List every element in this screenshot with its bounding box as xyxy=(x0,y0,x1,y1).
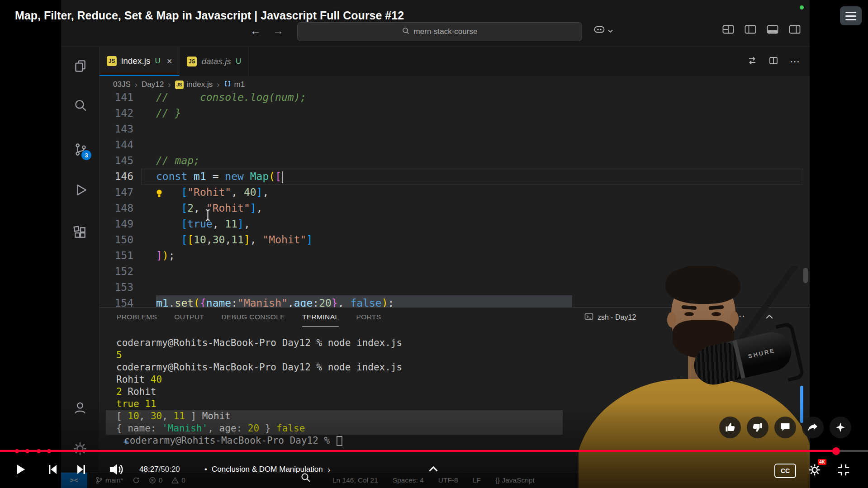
line-number: 148 xyxy=(100,200,133,216)
person-eye xyxy=(711,312,721,316)
command-center-search[interactable]: mern-stack-course xyxy=(297,22,582,41)
fullscreen-exit-icon xyxy=(836,462,851,478)
forward-button[interactable]: → xyxy=(270,23,286,39)
code-text: ]); xyxy=(156,250,175,261)
panel-tab-terminal[interactable]: TERMINAL xyxy=(302,308,339,327)
breadcrumb-label: 03JS xyxy=(113,80,131,89)
chevron-right-icon: › xyxy=(327,464,331,475)
previous-button[interactable] xyxy=(42,459,63,480)
code-line[interactable]: 141// console.log(num); xyxy=(100,93,810,105)
toggle-primary-sidebar-icon[interactable] xyxy=(745,25,756,36)
copilot-menu[interactable] xyxy=(594,25,613,36)
next-button[interactable] xyxy=(71,459,92,480)
search-sidebar-icon[interactable] xyxy=(72,97,88,114)
progress-markers xyxy=(0,450,868,452)
panel-tab-ports[interactable]: PORTS xyxy=(356,308,381,327)
volume-icon xyxy=(108,461,124,478)
share-arrow-icon xyxy=(807,422,819,433)
chevron-up-icon xyxy=(426,462,441,477)
editor-tab-datas.js[interactable]: JSdatas.jsU xyxy=(180,47,249,76)
js-file-icon: JS xyxy=(187,57,197,66)
progress-bar[interactable] xyxy=(0,450,868,452)
account-icon[interactable] xyxy=(72,399,88,416)
code-text: // } xyxy=(156,107,181,119)
code-line[interactable]: 147 ["Rohit", 40], xyxy=(100,185,810,200)
chevron-down-icon xyxy=(608,27,613,35)
js-file-icon: JS xyxy=(175,81,184,89)
open-changes-icon[interactable] xyxy=(747,56,757,67)
toggle-panel-icon[interactable] xyxy=(767,25,778,36)
panel-tab-output[interactable]: OUTPUT xyxy=(174,308,204,327)
tab-close-icon[interactable]: × xyxy=(167,56,172,66)
progress-scrubber[interactable] xyxy=(832,447,840,455)
menu-button[interactable] xyxy=(840,6,862,25)
line-number: 141 xyxy=(100,93,133,105)
git-status-badge: U xyxy=(155,57,160,66)
panel-tab-problems[interactable]: PROBLEMS xyxy=(117,308,157,327)
more-actions-icon[interactable]: ⋯ xyxy=(790,56,800,67)
code-line[interactable]: 142// } xyxy=(100,105,810,121)
chapter-button[interactable]: • Conclusion & DOM Manipulation › xyxy=(204,458,331,481)
breadcrumb-item[interactable]: Day12 xyxy=(142,80,164,89)
code-text: const m1 = new Map([ xyxy=(156,171,283,182)
code-text: // console.log(num); xyxy=(156,93,306,103)
reaction-bar xyxy=(719,417,851,438)
share-button[interactable] xyxy=(802,417,824,438)
code-line[interactable]: 146const m1 = new Map([ xyxy=(100,169,810,185)
split-editor-icon[interactable] xyxy=(768,56,778,67)
line-number: 147 xyxy=(100,185,133,200)
scm-badge: 3 xyxy=(81,150,91,160)
editor-tab-index.js[interactable]: JSindex.jsU× xyxy=(100,47,180,76)
back-button[interactable]: ← xyxy=(247,23,264,39)
settings-gear-icon[interactable] xyxy=(72,441,88,457)
symbol-icon xyxy=(224,80,231,90)
breadcrumb-item[interactable]: 03JS xyxy=(113,80,131,89)
dislike-button[interactable] xyxy=(747,417,768,438)
person-ear xyxy=(667,312,676,327)
source-control-icon[interactable]: 3 xyxy=(72,141,88,157)
explorer-icon[interactable] xyxy=(72,58,88,74)
expand-chevron-button[interactable] xyxy=(424,460,442,479)
quick-fix-lightbulb-icon[interactable] xyxy=(155,187,164,203)
code-line[interactable]: 144 xyxy=(100,137,810,153)
search-icon xyxy=(402,27,409,37)
line-number: 144 xyxy=(100,137,133,153)
line-number: 142 xyxy=(100,105,133,121)
gear-icon xyxy=(808,463,821,477)
customize-layout-icon[interactable] xyxy=(722,25,734,36)
time-display: 48:27 / 50:20 xyxy=(139,458,180,481)
fullscreen-button[interactable] xyxy=(833,460,854,480)
quality-badge: 4K xyxy=(818,459,826,465)
video-title: Map, Filter, Reduce, Set & Map in Javasc… xyxy=(15,9,404,22)
toggle-secondary-sidebar-icon[interactable] xyxy=(789,25,801,36)
breadcrumb-label: m1 xyxy=(234,80,245,89)
like-button[interactable] xyxy=(719,417,741,438)
breadcrumb-label: index.js xyxy=(187,80,213,89)
panel-tab-debug-console[interactable]: DEBUG CONSOLE xyxy=(221,308,285,327)
sparkle-icon xyxy=(835,422,846,433)
line-number: 153 xyxy=(100,280,133,295)
chapter-marker xyxy=(37,449,41,453)
breadcrumb-item[interactable]: m1 xyxy=(224,80,245,90)
breadcrumb-item[interactable]: JSindex.js xyxy=(175,80,213,89)
breadcrumb: 03JS›Day12›JSindex.js›m1 xyxy=(100,76,810,93)
extensions-icon[interactable] xyxy=(72,224,88,241)
line-number: 143 xyxy=(100,121,133,137)
thumbs-up-icon xyxy=(724,422,736,433)
comments-button[interactable] xyxy=(774,417,796,438)
thumbs-down-icon xyxy=(752,422,764,433)
code-line[interactable]: 151]); xyxy=(100,248,810,264)
volume-button[interactable] xyxy=(105,459,127,480)
status-dot xyxy=(800,5,804,9)
code-text: [[10,30,11], "Mohit"] xyxy=(156,234,313,246)
play-button[interactable] xyxy=(9,459,31,480)
code-text: m1.set({name:"Manish",age:20}, false); xyxy=(156,297,394,307)
code-line[interactable]: 145// map; xyxy=(100,153,810,169)
run-debug-icon[interactable] xyxy=(72,182,88,198)
code-line[interactable]: 143 xyxy=(100,121,810,137)
settings-button[interactable]: 4K xyxy=(804,460,825,480)
effects-button[interactable] xyxy=(830,417,851,438)
next-icon xyxy=(73,461,90,478)
subtitles-button[interactable]: CC xyxy=(774,464,796,478)
code-line[interactable]: 150 [[10,30,11], "Mohit"] xyxy=(100,232,810,248)
